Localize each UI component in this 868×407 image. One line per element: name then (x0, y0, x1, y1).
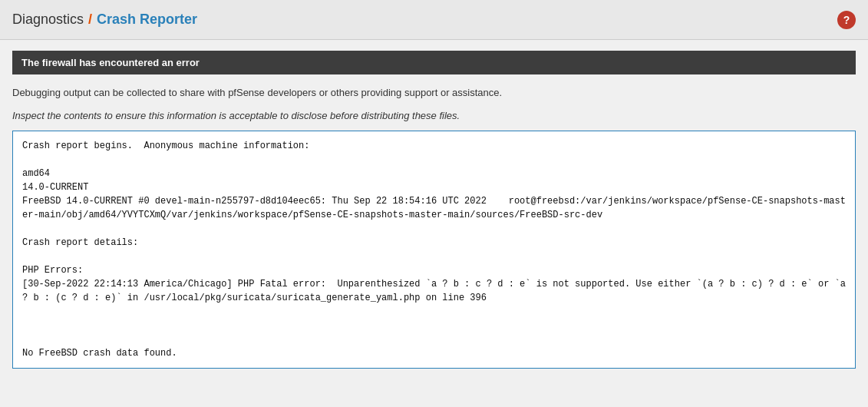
help-icon[interactable]: ? (837, 11, 856, 29)
error-bar: The firewall has encountered an error (12, 51, 856, 74)
inspect-notice: Inspect the contents to ensure this info… (12, 108, 856, 124)
description-text: Debugging output can be collected to sha… (12, 85, 856, 101)
crash-report-content: Crash report begins. Anonymous machine i… (12, 131, 856, 369)
breadcrumb-parent: Diagnostics (12, 12, 84, 28)
breadcrumb-separator: / (88, 12, 92, 28)
main-content: The firewall has encountered an error De… (0, 40, 868, 379)
breadcrumb: Diagnostics / Crash Reporter (12, 12, 197, 28)
breadcrumb-current: Crash Reporter (97, 12, 197, 28)
page-header: Diagnostics / Crash Reporter ? (0, 0, 868, 40)
